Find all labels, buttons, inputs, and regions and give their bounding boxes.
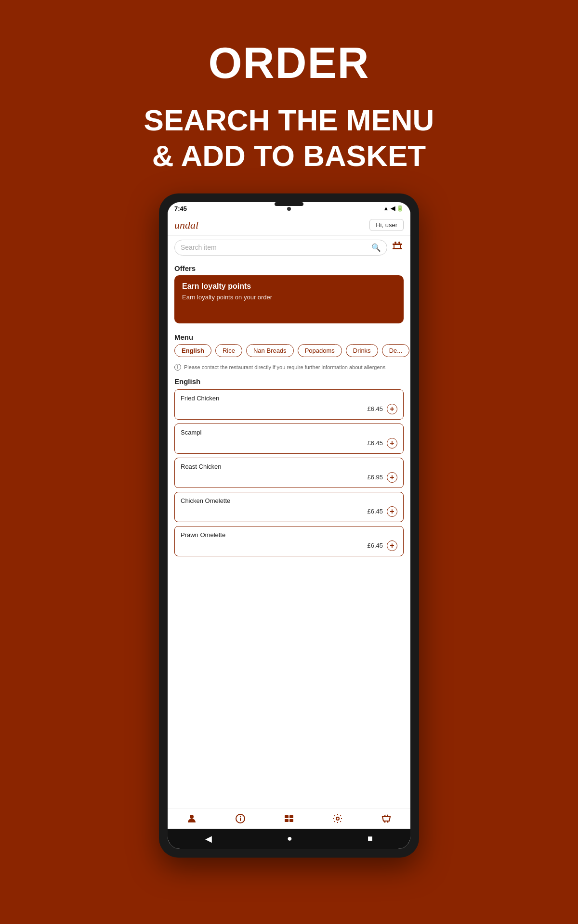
svg-point-4 <box>394 242 396 244</box>
item-price: £6.45 <box>367 405 383 412</box>
svg-point-16 <box>387 821 388 822</box>
svg-rect-2 <box>394 244 394 249</box>
offers-label: Offers <box>168 259 410 275</box>
svg-point-14 <box>336 817 339 820</box>
offers-subtitle: Earn loyalty points on your order <box>182 294 396 301</box>
category-tabs: English Rice Nan Breads Popadoms Drinks … <box>168 344 410 362</box>
add-button[interactable]: + <box>387 472 397 483</box>
item-price: £6.45 <box>367 439 383 447</box>
cat-tab-popadoms[interactable]: Popadoms <box>298 344 342 357</box>
item-name: Scampi <box>181 429 397 436</box>
status-icons: ▲ ◀ 🔋 <box>383 205 404 212</box>
menu-item-fried-chicken: Fried Chicken £6.45 + <box>174 389 404 420</box>
app-logo: undal <box>174 219 198 231</box>
svg-point-9 <box>240 816 241 817</box>
menu-label: Menu <box>168 329 410 344</box>
info-icon: i <box>174 364 181 371</box>
svg-rect-3 <box>400 244 401 249</box>
nav-settings[interactable] <box>332 813 343 824</box>
menu-item-scampi: Scampi £6.45 + <box>174 424 404 454</box>
cat-tab-english[interactable]: English <box>174 344 211 357</box>
svg-point-5 <box>398 242 400 244</box>
nav-menu[interactable] <box>284 813 294 824</box>
device-camera <box>287 207 291 211</box>
add-button[interactable]: + <box>387 438 397 449</box>
svg-rect-12 <box>285 819 289 822</box>
bottom-nav <box>168 808 410 829</box>
device-screen: 7:45 ▲ ◀ 🔋 undal Hi, user Search item 🔍 <box>168 202 410 849</box>
cat-tab-more[interactable]: De... <box>382 344 409 357</box>
menu-item-roast-chicken: Roast Chicken £6.95 + <box>174 458 404 488</box>
menu-item-prawn-omelette: Prawn Omelette £6.45 + <box>174 526 404 556</box>
search-placeholder: Search item <box>181 244 371 251</box>
menu-item-chicken-omelette: Chicken Omelette £6.45 + <box>174 492 404 522</box>
android-nav: ◀ ● ■ <box>168 829 410 849</box>
cat-tab-drinks[interactable]: Drinks <box>346 344 378 357</box>
add-button[interactable]: + <box>387 506 397 517</box>
android-home[interactable]: ● <box>287 834 292 844</box>
android-back[interactable]: ◀ <box>205 834 212 844</box>
search-icon[interactable]: 🔍 <box>371 243 381 252</box>
menu-category-heading: English <box>168 374 410 389</box>
svg-rect-10 <box>285 815 289 818</box>
device-notch <box>275 202 303 206</box>
item-name: Chicken Omelette <box>181 497 397 504</box>
nav-profile[interactable] <box>186 813 197 824</box>
app-header: undal Hi, user <box>168 215 410 236</box>
item-name: Fried Chicken <box>181 395 397 402</box>
nav-basket[interactable] <box>381 813 392 824</box>
search-row: Search item 🔍 <box>168 236 410 259</box>
cat-tab-rice[interactable]: Rice <box>215 344 242 357</box>
item-price: £6.45 <box>367 542 383 549</box>
scroll-content: Offers Earn loyalty points Earn loyalty … <box>168 259 410 808</box>
allergen-notice: i Please contact the restaurant directly… <box>168 362 410 374</box>
allergen-text: Please contact the restaurant directly i… <box>184 364 385 370</box>
status-time: 7:45 <box>174 205 187 212</box>
hero-title: ORDER <box>208 38 369 88</box>
hero-subtitle: SEARCH THE MENU& ADD TO BASKET <box>115 103 463 174</box>
table-icon[interactable] <box>391 240 404 255</box>
svg-point-6 <box>190 815 194 819</box>
svg-rect-8 <box>240 818 241 821</box>
user-button[interactable]: Hi, user <box>369 219 404 231</box>
item-price: £6.45 <box>367 508 383 515</box>
svg-rect-13 <box>289 819 293 822</box>
item-name: Prawn Omelette <box>181 531 397 539</box>
device-frame: 7:45 ▲ ◀ 🔋 undal Hi, user Search item 🔍 <box>159 193 419 858</box>
add-button[interactable]: + <box>387 404 397 414</box>
add-button[interactable]: + <box>387 540 397 551</box>
search-box[interactable]: Search item 🔍 <box>174 240 387 256</box>
svg-rect-11 <box>289 815 293 818</box>
nav-info[interactable] <box>235 813 246 824</box>
offers-card[interactable]: Earn loyalty points Earn loyalty points … <box>174 275 404 323</box>
item-price: £6.95 <box>367 474 383 481</box>
offers-title: Earn loyalty points <box>182 282 396 291</box>
android-recent[interactable]: ■ <box>368 834 373 844</box>
item-name: Roast Chicken <box>181 463 397 470</box>
cat-tab-nan-breads[interactable]: Nan Breads <box>246 344 294 357</box>
svg-point-15 <box>384 821 385 822</box>
